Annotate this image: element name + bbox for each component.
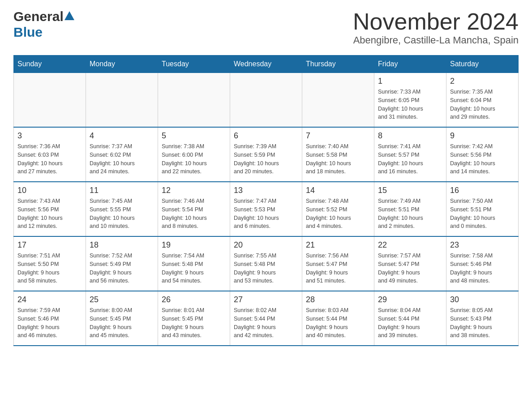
- day-info: Sunrise: 7:56 AM Sunset: 5:47 PM Dayligh…: [306, 252, 370, 285]
- calendar-week-row: 1Sunrise: 7:33 AM Sunset: 6:05 PM Daylig…: [14, 73, 519, 128]
- day-number: 21: [306, 240, 370, 250]
- day-info: Sunrise: 7:55 AM Sunset: 5:48 PM Dayligh…: [234, 252, 298, 285]
- day-info: Sunrise: 7:48 AM Sunset: 5:52 PM Dayligh…: [306, 197, 370, 231]
- calendar-cell: 3Sunrise: 7:36 AM Sunset: 6:03 PM Daylig…: [14, 127, 86, 182]
- day-info: Sunrise: 7:50 AM Sunset: 5:51 PM Dayligh…: [450, 197, 515, 231]
- day-info: Sunrise: 7:43 AM Sunset: 5:56 PM Dayligh…: [17, 197, 82, 231]
- col-header-thursday: Thursday: [302, 56, 374, 73]
- calendar-cell: 30Sunrise: 8:05 AM Sunset: 5:43 PM Dayli…: [446, 291, 519, 346]
- svg-marker-0: [64, 11, 74, 20]
- calendar-cell: 5Sunrise: 7:38 AM Sunset: 6:00 PM Daylig…: [158, 127, 230, 182]
- day-number: 7: [306, 131, 370, 141]
- calendar-cell: 20Sunrise: 7:55 AM Sunset: 5:48 PM Dayli…: [230, 236, 302, 291]
- day-number: 11: [90, 186, 154, 195]
- calendar-cell: [230, 73, 302, 128]
- day-info: Sunrise: 7:57 AM Sunset: 5:47 PM Dayligh…: [378, 252, 442, 285]
- day-info: Sunrise: 7:35 AM Sunset: 6:04 PM Dayligh…: [450, 88, 515, 121]
- col-header-tuesday: Tuesday: [158, 56, 230, 73]
- calendar-cell: 13Sunrise: 7:47 AM Sunset: 5:53 PM Dayli…: [230, 182, 302, 236]
- col-header-monday: Monday: [86, 56, 158, 73]
- title-area: November 2024 Abengibre, Castille-La Man…: [353, 9, 519, 46]
- day-number: 20: [234, 240, 298, 250]
- day-info: Sunrise: 8:04 AM Sunset: 5:44 PM Dayligh…: [378, 306, 442, 340]
- day-info: Sunrise: 7:36 AM Sunset: 6:03 PM Dayligh…: [17, 142, 82, 176]
- calendar-cell: 28Sunrise: 8:03 AM Sunset: 5:44 PM Dayli…: [302, 291, 374, 346]
- calendar-table: SundayMondayTuesdayWednesdayThursdayFrid…: [13, 55, 519, 346]
- logo: General Blue: [13, 9, 74, 40]
- col-header-friday: Friday: [374, 56, 446, 73]
- day-info: Sunrise: 8:01 AM Sunset: 5:45 PM Dayligh…: [162, 306, 226, 340]
- day-info: Sunrise: 7:54 AM Sunset: 5:48 PM Dayligh…: [162, 252, 226, 285]
- day-number: 29: [378, 295, 442, 304]
- calendar-cell: 19Sunrise: 7:54 AM Sunset: 5:48 PM Dayli…: [158, 236, 230, 291]
- logo-triangle-icon: [64, 11, 74, 20]
- day-number: 9: [450, 131, 515, 141]
- col-header-sunday: Sunday: [14, 56, 86, 73]
- calendar-cell: 10Sunrise: 7:43 AM Sunset: 5:56 PM Dayli…: [14, 182, 86, 236]
- day-number: 28: [306, 295, 370, 304]
- calendar-cell: [14, 73, 86, 128]
- day-number: 15: [378, 186, 442, 195]
- day-number: 19: [162, 240, 226, 250]
- calendar-cell: 27Sunrise: 8:02 AM Sunset: 5:44 PM Dayli…: [230, 291, 302, 346]
- day-info: Sunrise: 7:51 AM Sunset: 5:50 PM Dayligh…: [17, 252, 82, 285]
- calendar-cell: 9Sunrise: 7:42 AM Sunset: 5:56 PM Daylig…: [446, 127, 519, 182]
- day-number: 8: [378, 131, 442, 141]
- day-info: Sunrise: 7:37 AM Sunset: 6:02 PM Dayligh…: [90, 142, 154, 176]
- day-number: 26: [162, 295, 226, 304]
- day-number: 10: [17, 186, 82, 195]
- calendar-week-row: 10Sunrise: 7:43 AM Sunset: 5:56 PM Dayli…: [14, 182, 519, 236]
- day-info: Sunrise: 7:58 AM Sunset: 5:46 PM Dayligh…: [450, 252, 515, 285]
- calendar-header-row: SundayMondayTuesdayWednesdayThursdayFrid…: [14, 56, 519, 73]
- calendar-cell: [86, 73, 158, 128]
- col-header-wednesday: Wednesday: [230, 56, 302, 73]
- day-number: 27: [234, 295, 298, 304]
- calendar-cell: [302, 73, 374, 128]
- day-number: 4: [90, 131, 154, 141]
- calendar-cell: 22Sunrise: 7:57 AM Sunset: 5:47 PM Dayli…: [374, 236, 446, 291]
- calendar-week-row: 17Sunrise: 7:51 AM Sunset: 5:50 PM Dayli…: [14, 236, 519, 291]
- calendar-week-row: 3Sunrise: 7:36 AM Sunset: 6:03 PM Daylig…: [14, 127, 519, 182]
- day-number: 5: [162, 131, 226, 141]
- location-title: Abengibre, Castille-La Mancha, Spain: [353, 34, 519, 46]
- day-number: 22: [378, 240, 442, 250]
- logo-general: General: [13, 9, 64, 25]
- day-number: 6: [234, 131, 298, 141]
- day-number: 2: [450, 77, 515, 86]
- day-info: Sunrise: 7:59 AM Sunset: 5:46 PM Dayligh…: [17, 306, 82, 340]
- day-info: Sunrise: 8:05 AM Sunset: 5:43 PM Dayligh…: [450, 306, 515, 340]
- calendar-cell: 4Sunrise: 7:37 AM Sunset: 6:02 PM Daylig…: [86, 127, 158, 182]
- day-number: 13: [234, 186, 298, 195]
- day-info: Sunrise: 7:39 AM Sunset: 5:59 PM Dayligh…: [234, 142, 298, 176]
- day-info: Sunrise: 7:49 AM Sunset: 5:51 PM Dayligh…: [378, 197, 442, 231]
- day-number: 14: [306, 186, 370, 195]
- day-info: Sunrise: 7:46 AM Sunset: 5:54 PM Dayligh…: [162, 197, 226, 231]
- day-number: 3: [17, 131, 82, 141]
- day-info: Sunrise: 7:41 AM Sunset: 5:57 PM Dayligh…: [378, 142, 442, 176]
- calendar-cell: 17Sunrise: 7:51 AM Sunset: 5:50 PM Dayli…: [14, 236, 86, 291]
- day-number: 23: [450, 240, 515, 250]
- logo-blue: Blue: [13, 25, 43, 39]
- day-number: 17: [17, 240, 82, 250]
- col-header-saturday: Saturday: [446, 56, 519, 73]
- day-info: Sunrise: 7:42 AM Sunset: 5:56 PM Dayligh…: [450, 142, 515, 176]
- day-info: Sunrise: 8:00 AM Sunset: 5:45 PM Dayligh…: [90, 306, 154, 340]
- calendar-cell: 18Sunrise: 7:52 AM Sunset: 5:49 PM Dayli…: [86, 236, 158, 291]
- day-number: 18: [90, 240, 154, 250]
- day-info: Sunrise: 7:47 AM Sunset: 5:53 PM Dayligh…: [234, 197, 298, 231]
- day-info: Sunrise: 7:33 AM Sunset: 6:05 PM Dayligh…: [378, 88, 442, 121]
- day-info: Sunrise: 7:38 AM Sunset: 6:00 PM Dayligh…: [162, 142, 226, 176]
- day-number: 25: [90, 295, 154, 304]
- calendar-cell: 21Sunrise: 7:56 AM Sunset: 5:47 PM Dayli…: [302, 236, 374, 291]
- day-info: Sunrise: 8:02 AM Sunset: 5:44 PM Dayligh…: [234, 306, 298, 340]
- calendar-cell: [158, 73, 230, 128]
- calendar-cell: 23Sunrise: 7:58 AM Sunset: 5:46 PM Dayli…: [446, 236, 519, 291]
- day-number: 1: [378, 77, 442, 86]
- calendar-cell: 24Sunrise: 7:59 AM Sunset: 5:46 PM Dayli…: [14, 291, 86, 346]
- calendar-cell: 1Sunrise: 7:33 AM Sunset: 6:05 PM Daylig…: [374, 73, 446, 128]
- month-title: November 2024: [353, 9, 519, 34]
- day-info: Sunrise: 8:03 AM Sunset: 5:44 PM Dayligh…: [306, 306, 370, 340]
- day-info: Sunrise: 7:45 AM Sunset: 5:55 PM Dayligh…: [90, 197, 154, 231]
- day-info: Sunrise: 7:52 AM Sunset: 5:49 PM Dayligh…: [90, 252, 154, 285]
- calendar-cell: 25Sunrise: 8:00 AM Sunset: 5:45 PM Dayli…: [86, 291, 158, 346]
